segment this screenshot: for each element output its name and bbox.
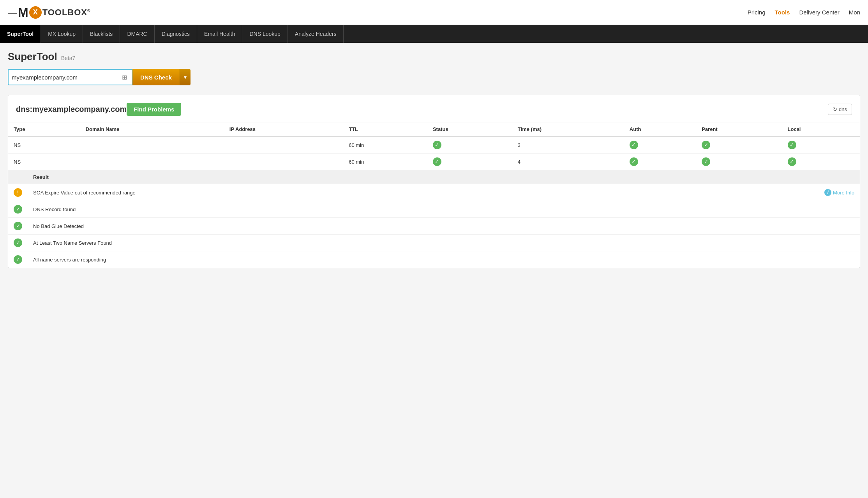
top-nav-mon[interactable]: Mon xyxy=(849,9,860,16)
result-action-cell xyxy=(819,218,860,235)
nav-mx-lookup[interactable]: MX Lookup xyxy=(41,25,83,43)
cell-auth: ✓ xyxy=(624,154,696,170)
cell-type: NS xyxy=(8,154,80,170)
warning-icon: ! xyxy=(14,188,22,197)
col-time-ms: Time (ms) xyxy=(512,122,624,137)
cell-ip xyxy=(224,154,343,170)
nav-dmarc[interactable]: DMARC xyxy=(120,25,154,43)
result-icon-cell: ! xyxy=(8,184,28,201)
main-nav: SuperTool MX Lookup Blacklists DMARC Dia… xyxy=(0,25,868,43)
result-icon-cell: ✓ xyxy=(8,235,28,251)
cell-status: ✓ xyxy=(427,154,512,170)
logo-m: M xyxy=(18,6,28,19)
nav-blacklists[interactable]: Blacklists xyxy=(83,25,120,43)
table-row: NS 60 min ✓ 3 ✓ ✓ ✓ xyxy=(8,136,860,154)
search-input[interactable] xyxy=(12,74,120,81)
results-col-action xyxy=(819,170,860,184)
top-nav-tools[interactable]: Tools xyxy=(775,9,790,16)
results-col-icon xyxy=(8,170,28,184)
result-message-cell: DNS Record found xyxy=(28,201,819,218)
logo-dash: — xyxy=(8,7,17,18)
nav-email-health[interactable]: Email Health xyxy=(197,25,242,43)
result-action-cell xyxy=(819,251,860,268)
top-nav: Pricing Tools Delivery Center Mon xyxy=(748,9,860,16)
result-message-cell: At Least Two Name Servers Found xyxy=(28,235,819,251)
search-icon[interactable]: ⊞ xyxy=(120,73,129,82)
top-nav-delivery[interactable]: Delivery Center xyxy=(799,9,839,16)
supertool-title: SuperTool xyxy=(8,51,57,63)
result-action-cell: i More Info xyxy=(819,184,860,201)
col-ttl: TTL xyxy=(343,122,427,137)
result-icon-cell: ✓ xyxy=(8,201,28,218)
cell-domain xyxy=(80,136,224,154)
check-icon: ✓ xyxy=(702,157,710,166)
dns-table: Type Domain Name IP Address TTL Status T… xyxy=(8,122,860,170)
cell-parent: ✓ xyxy=(696,154,782,170)
cell-type: NS xyxy=(8,136,80,154)
col-type: Type xyxy=(8,122,80,137)
result-message-cell: All name servers are responding xyxy=(28,251,819,268)
list-item: ✓ DNS Record found xyxy=(8,201,860,218)
results-col-result: Result xyxy=(28,170,819,184)
list-item: ! SOA Expire Value out of recommended ra… xyxy=(8,184,860,201)
check-icon: ✓ xyxy=(630,157,638,166)
dns-check-button[interactable]: DNS Check xyxy=(132,69,180,85)
check-icon: ✓ xyxy=(630,141,638,149)
check-icon: ✓ xyxy=(702,141,710,149)
result-icon-cell: ✓ xyxy=(8,218,28,235)
search-input-wrapper: ⊞ xyxy=(8,69,132,85)
logo-x-icon: X xyxy=(29,6,42,19)
col-status: Status xyxy=(427,122,512,137)
top-nav-pricing[interactable]: Pricing xyxy=(748,9,766,16)
check-icon: ✓ xyxy=(433,157,441,166)
supertool-heading: SuperTool Beta7 xyxy=(8,51,860,63)
check-icon: ✓ xyxy=(788,157,796,166)
cell-time: 3 xyxy=(512,136,624,154)
cell-ttl: 60 min xyxy=(343,154,427,170)
col-domain-name: Domain Name xyxy=(80,122,224,137)
result-icon-cell: ✓ xyxy=(8,251,28,268)
nav-analyze-headers[interactable]: Analyze Headers xyxy=(288,25,344,43)
results-section: Result ! SOA Expire Value out of recomme… xyxy=(8,170,860,268)
supertool-beta: Beta7 xyxy=(61,55,76,61)
col-local: Local xyxy=(782,122,860,137)
result-message-cell: SOA Expire Value out of recommended rang… xyxy=(28,184,819,201)
list-item: ✓ All name servers are responding xyxy=(8,251,860,268)
col-parent: Parent xyxy=(696,122,782,137)
cell-local: ✓ xyxy=(782,136,860,154)
col-auth: Auth xyxy=(624,122,696,137)
cell-parent: ✓ xyxy=(696,136,782,154)
check-icon: ✓ xyxy=(14,222,22,230)
col-ip-address: IP Address xyxy=(224,122,343,137)
find-problems-button[interactable]: Find Problems xyxy=(127,103,181,116)
list-item: ✓ No Bad Glue Detected xyxy=(8,218,860,235)
dns-check-dropdown-button[interactable]: ▾ xyxy=(180,69,191,85)
cell-domain xyxy=(80,154,224,170)
list-item: ✓ At Least Two Name Servers Found xyxy=(8,235,860,251)
check-icon: ✓ xyxy=(14,205,22,214)
nav-supertool[interactable]: SuperTool xyxy=(0,25,41,43)
info-icon: i xyxy=(824,189,831,196)
cell-ttl: 60 min xyxy=(343,136,427,154)
check-icon: ✓ xyxy=(14,255,22,264)
check-icon: ✓ xyxy=(14,238,22,247)
nav-dns-lookup[interactable]: DNS Lookup xyxy=(242,25,288,43)
cell-auth: ✓ xyxy=(624,136,696,154)
result-panel: dns:myexamplecompany.com Find Problems ↻… xyxy=(8,95,860,268)
result-message-cell: No Bad Glue Detected xyxy=(28,218,819,235)
result-action-cell xyxy=(819,201,860,218)
more-info-link[interactable]: i More Info xyxy=(824,189,854,196)
logo-toolbox: TOOLBOX® xyxy=(42,7,91,18)
check-icon: ✓ xyxy=(433,141,441,149)
result-action-cell xyxy=(819,235,860,251)
panel-domain-label: dns:myexamplecompany.com xyxy=(16,105,127,114)
cell-local: ✓ xyxy=(782,154,860,170)
nav-diagnostics[interactable]: Diagnostics xyxy=(155,25,197,43)
cell-status: ✓ xyxy=(427,136,512,154)
results-table: Result ! SOA Expire Value out of recomme… xyxy=(8,170,860,268)
search-bar: ⊞ DNS Check ▾ xyxy=(8,69,860,85)
logo: — M X TOOLBOX® xyxy=(8,6,90,19)
refresh-dns-button[interactable]: ↻ dns xyxy=(828,104,852,115)
table-row: NS 60 min ✓ 4 ✓ ✓ ✓ xyxy=(8,154,860,170)
check-icon: ✓ xyxy=(788,141,796,149)
